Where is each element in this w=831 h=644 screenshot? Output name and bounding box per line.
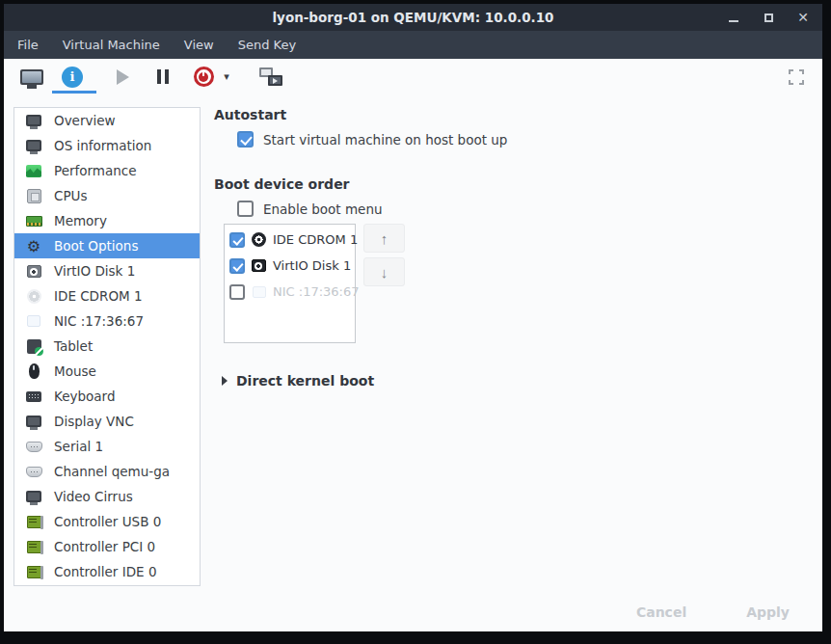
hardware-list-item[interactable] (14, 584, 200, 586)
hardware-item-icon (27, 541, 41, 553)
menu-item[interactable]: File (17, 38, 39, 52)
hardware-item-icon (27, 289, 41, 304)
hardware-list-item[interactable]: Tablet (14, 334, 200, 359)
menu-item[interactable]: View (184, 38, 214, 52)
hardware-list-item[interactable]: Channel qemu-ga (14, 459, 200, 484)
virt-manager-window: lyon-borg-01 on QEMU/KVM: 10.0.0.10 ✕ Fi… (4, 4, 822, 631)
hardware-details-button[interactable]: i (58, 63, 87, 92)
hardware-list-item[interactable]: CPUs (14, 183, 200, 208)
hardware-item-label: Memory (54, 213, 107, 228)
titlebar[interactable]: lyon-borg-01 on QEMU/KVM: 10.0.0.10 ✕ (4, 4, 822, 31)
play-icon (117, 69, 129, 85)
hardware-item-icon (27, 189, 41, 203)
hardware-item-label: NIC :17:36:67 (54, 313, 144, 329)
active-tab-underline (52, 91, 96, 94)
hardware-list-item[interactable]: Boot Options (14, 233, 200, 258)
boot-device-checkbox[interactable] (229, 258, 245, 274)
boot-device-list[interactable]: IDE CDROM 1 VirtIO Disk 1 NIC :17:36:67 (224, 224, 356, 343)
hardware-list-item[interactable]: Controller USB 0 (14, 509, 200, 534)
boot-options-pane: Autostart Start virtual machine on host … (214, 94, 822, 593)
hardware-list-item[interactable]: IDE CDROM 1 (14, 283, 200, 309)
maximize-button[interactable] (761, 10, 776, 25)
autostart-label: Start virtual machine on host boot up (263, 132, 507, 148)
enable-boot-menu-checkbox[interactable] (237, 201, 254, 217)
hardware-item-icon (26, 467, 42, 477)
boot-order-heading: Boot device order (214, 176, 822, 192)
boot-device-row[interactable]: NIC :17:36:67 (225, 279, 355, 305)
pause-icon (157, 69, 169, 84)
hardware-list-item[interactable]: Mouse (14, 359, 200, 384)
hardware-item-icon (27, 315, 40, 327)
window-title: lyon-borg-01 on QEMU/KVM: 10.0.0.10 (4, 10, 822, 25)
hardware-item-icon (27, 566, 41, 578)
minimize-button[interactable] (726, 10, 741, 25)
hardware-list-item[interactable]: Keyboard (14, 384, 200, 409)
boot-device-checkbox[interactable] (229, 284, 245, 300)
move-up-button[interactable]: ↑ (363, 224, 405, 253)
hardware-list-item[interactable]: Display VNC (14, 409, 200, 434)
hardware-item-icon (26, 391, 41, 402)
hardware-item-icon (26, 491, 41, 502)
hardware-item-label: Performance (54, 163, 137, 178)
hardware-item-icon (29, 363, 40, 379)
autostart-heading: Autostart (214, 107, 822, 122)
boot-menu-row: Enable boot menu (237, 201, 822, 217)
move-down-button[interactable]: ↓ (363, 257, 405, 286)
hardware-list-item[interactable]: Performance (14, 158, 200, 183)
menubar: FileVirtual MachineViewSend Key (4, 31, 822, 59)
hardware-list-item[interactable]: NIC :17:36:67 (14, 309, 200, 334)
info-icon: i (62, 67, 83, 88)
run-button[interactable] (108, 63, 137, 92)
hardware-list[interactable]: Overview OS information Performance CPUs… (13, 107, 201, 586)
menu-item[interactable]: Send Key (238, 38, 296, 52)
direct-kernel-boot-label: Direct kernel boot (236, 373, 374, 389)
desktop-background: lyon-borg-01 on QEMU/KVM: 10.0.0.10 ✕ Fi… (0, 0, 831, 644)
pause-button[interactable] (148, 63, 177, 92)
hardware-item-icon (27, 339, 41, 354)
hardware-item-label: Boot Options (54, 238, 138, 254)
console-windows-button[interactable] (256, 63, 285, 92)
hardware-item-label: IDE CDROM 1 (54, 288, 143, 304)
hardware-list-item[interactable]: Controller PCI 0 (14, 534, 200, 559)
close-button[interactable]: ✕ (795, 10, 811, 25)
hardware-item-label: Overview (54, 113, 116, 128)
chevron-down-icon: ▾ (224, 70, 229, 83)
autostart-checkbox[interactable] (237, 131, 254, 148)
boot-device-checkbox[interactable] (229, 232, 245, 248)
boot-device-area: IDE CDROM 1 VirtIO Disk 1 NIC :17:36:67 (224, 224, 822, 343)
hardware-list-item[interactable]: Serial 1 (14, 434, 200, 459)
hardware-item-icon (26, 115, 41, 126)
hardware-list-item[interactable]: VirtIO Disk 1 (14, 258, 200, 283)
console-monitor-icon (20, 69, 43, 85)
reorder-buttons: ↑ ↓ (363, 224, 405, 343)
hardware-item-label: Tablet (54, 338, 93, 354)
maximize-icon (764, 13, 773, 22)
minimize-icon (729, 20, 738, 22)
hardware-item-label: Keyboard (54, 389, 115, 404)
hardware-item-label: Display VNC (54, 414, 134, 429)
cancel-button[interactable]: Cancel (636, 604, 686, 620)
boot-device-row[interactable]: IDE CDROM 1 (225, 227, 355, 253)
hardware-item-label: Channel qemu-ga (54, 464, 170, 479)
hardware-list-item[interactable]: Controller IDE 0 (14, 559, 200, 584)
hardware-list-item[interactable]: OS information (14, 133, 200, 158)
hardware-list-item[interactable]: Memory (14, 208, 200, 233)
shutdown-button[interactable] (189, 63, 218, 92)
hardware-item-label: Controller IDE 0 (54, 564, 156, 579)
hardware-list-item[interactable]: Overview (14, 108, 200, 133)
hardware-list-item[interactable]: Video Cirrus (14, 484, 200, 509)
hardware-item-label: Controller PCI 0 (54, 539, 155, 554)
enable-boot-menu-label: Enable boot menu (263, 201, 383, 217)
footer-bar: Cancel Apply (4, 593, 822, 631)
show-console-button[interactable] (17, 63, 46, 92)
boot-device-row[interactable]: VirtIO Disk 1 (225, 253, 355, 279)
menu-item[interactable]: Virtual Machine (63, 38, 160, 52)
hardware-item-label: Mouse (54, 363, 96, 379)
content-area: Overview OS information Performance CPUs… (4, 94, 822, 631)
fullscreen-icon (788, 68, 805, 86)
shutdown-menu-button[interactable]: ▾ (218, 63, 235, 92)
hardware-item-label: VirtIO Disk 1 (54, 263, 135, 279)
apply-button[interactable]: Apply (746, 604, 790, 620)
fullscreen-button[interactable] (788, 68, 805, 86)
direct-kernel-boot-expander[interactable]: Direct kernel boot (222, 373, 822, 389)
